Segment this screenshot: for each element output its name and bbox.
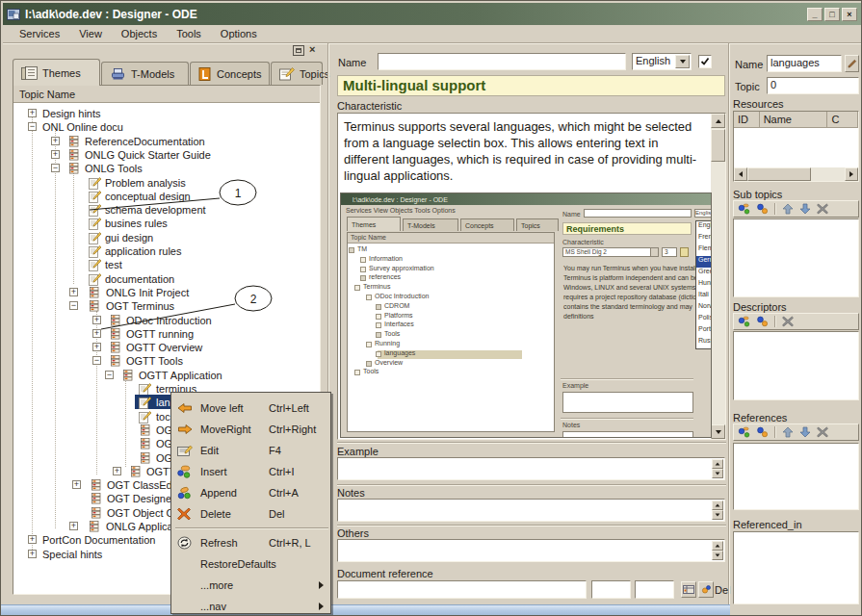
- close-button[interactable]: ×: [842, 8, 857, 21]
- scroll-down-icon[interactable]: [711, 424, 725, 439]
- characteristic-scrollbar[interactable]: [711, 114, 725, 439]
- maximize-button[interactable]: □: [824, 8, 840, 21]
- example-input[interactable]: [337, 457, 725, 480]
- menu-services[interactable]: Services: [11, 27, 68, 40]
- collapse-icon[interactable]: −: [92, 356, 101, 365]
- context-menu-item-restoredefaults[interactable]: RestoreDefaults: [171, 553, 330, 575]
- sub-topics-append-icon[interactable]: [756, 203, 769, 215]
- expand-icon[interactable]: +: [92, 343, 101, 351]
- references-delete-icon[interactable]: [817, 426, 828, 438]
- tree-column-header[interactable]: Topic Name: [13, 86, 320, 103]
- expand-icon[interactable]: +: [28, 535, 37, 544]
- context-menu-item-moveleft[interactable]: Move leftCtrl+Left: [171, 398, 330, 419]
- sub-topics-move-up-icon[interactable]: [782, 203, 794, 215]
- tab-topics[interactable]: Topics: [271, 62, 323, 85]
- tree-item[interactable]: gui design: [105, 231, 153, 244]
- tree-item[interactable]: application rules: [105, 244, 182, 258]
- context-menu-item-delete[interactable]: DeleteDel: [171, 503, 330, 525]
- docref-chapter-input[interactable]: [635, 580, 674, 599]
- dock-close-icon[interactable]: ×: [309, 43, 315, 55]
- others-spinner[interactable]: [712, 541, 723, 560]
- tree-item[interactable]: ONLG Tools: [85, 162, 143, 175]
- tab-tmodels[interactable]: T-Models: [101, 62, 189, 85]
- expand-icon[interactable]: +: [69, 288, 78, 296]
- docref-add-button[interactable]: [698, 581, 714, 598]
- tree-item[interactable]: toc: [156, 410, 170, 424]
- tree-item[interactable]: OGTT Overview: [126, 341, 202, 354]
- context-menu-item-insert[interactable]: InsertCtrl+I: [171, 461, 330, 482]
- tab-themes[interactable]: Themes: [13, 59, 100, 86]
- notes-spinner[interactable]: [712, 500, 723, 520]
- resources-column-header[interactable]: ID: [734, 112, 760, 128]
- references-insert-icon[interactable]: [738, 426, 750, 438]
- tree-item[interactable]: schema development: [105, 203, 206, 217]
- tab-concepts[interactable]: Concepts: [190, 62, 270, 85]
- context-menu-item-refresh[interactable]: RefreshCtrl+R, L: [171, 532, 330, 553]
- expand-icon[interactable]: +: [51, 150, 60, 159]
- topic-name-edit-button[interactable]: [845, 55, 859, 72]
- dock-float-icon[interactable]: [293, 45, 304, 56]
- descriptors-delete-icon[interactable]: [782, 316, 794, 327]
- scroll-right-icon[interactable]: [845, 167, 858, 181]
- referenced-in-list[interactable]: [733, 531, 859, 604]
- collapse-icon[interactable]: −: [69, 301, 78, 310]
- tree-item[interactable]: OGTT Application: [139, 369, 222, 382]
- resources-table[interactable]: IDNameC: [733, 111, 859, 182]
- tree-item[interactable]: ONL Online docu: [42, 120, 123, 134]
- expand-icon[interactable]: +: [28, 109, 37, 117]
- menu-tools[interactable]: Tools: [168, 27, 210, 40]
- references-list[interactable]: [733, 443, 859, 510]
- collapse-icon[interactable]: −: [51, 164, 60, 172]
- sub-topics-insert-icon[interactable]: [738, 203, 750, 215]
- context-menu-item-moveright[interactable]: MoveRightCtrl+Right: [171, 419, 330, 440]
- sub-topics-move-down-icon[interactable]: [799, 203, 811, 215]
- sub-topics-list[interactable]: [733, 218, 859, 297]
- expand-icon[interactable]: +: [92, 316, 101, 324]
- expand-icon[interactable]: +: [72, 480, 81, 489]
- minimize-button[interactable]: _: [807, 8, 823, 21]
- sub-topics-delete-icon[interactable]: [817, 203, 828, 215]
- name-input[interactable]: [378, 53, 626, 70]
- collapse-icon[interactable]: −: [28, 122, 37, 131]
- references-append-icon[interactable]: [756, 426, 769, 438]
- tree-item[interactable]: Problem analysis: [105, 176, 186, 190]
- context-menu-item-nav[interactable]: ...nav: [171, 596, 330, 616]
- tree-item[interactable]: busines rules: [105, 217, 168, 230]
- resources-column-header[interactable]: Name: [760, 112, 828, 128]
- tree-item[interactable]: Design hints: [42, 107, 101, 120]
- docref-input[interactable]: [337, 580, 587, 599]
- collapse-icon[interactable]: −: [105, 371, 114, 379]
- references-move-up-icon[interactable]: [782, 426, 794, 438]
- tree-item[interactable]: ReferenceDocumentation: [85, 135, 205, 148]
- tree-item[interactable]: ONLG Quick Starter Guide: [85, 148, 211, 162]
- menu-view[interactable]: View: [70, 27, 111, 40]
- tree-item[interactable]: test: [105, 258, 122, 271]
- topic-id-input[interactable]: 0: [767, 77, 859, 94]
- scroll-left-icon[interactable]: [734, 167, 747, 181]
- descriptors-list[interactable]: [733, 331, 859, 400]
- references-move-down-icon[interactable]: [799, 426, 811, 438]
- menu-options[interactable]: Options: [212, 27, 266, 40]
- resources-hscrollbar[interactable]: [734, 167, 858, 181]
- topic-name-input[interactable]: languages: [767, 55, 842, 72]
- tree-item[interactable]: ONLG Init Project: [106, 286, 189, 299]
- title-bar[interactable]: l:\adk\ode.dev : Designer - ODE _ □ ×: [3, 3, 861, 25]
- expand-icon[interactable]: +: [51, 137, 60, 145]
- descriptors-insert-icon[interactable]: [738, 316, 750, 327]
- scrollbar-thumb[interactable]: [711, 129, 725, 162]
- tree-item[interactable]: OGTT Tools: [126, 354, 183, 368]
- tree-item[interactable]: PortCon Documentation: [42, 533, 155, 547]
- tree-item[interactable]: OGT Designer: [107, 492, 175, 505]
- tree-item[interactable]: Special hints: [42, 548, 102, 561]
- context-menu-item-more[interactable]: ...more: [171, 575, 330, 596]
- descriptors-append-icon[interactable]: [756, 316, 769, 327]
- context-menu-item-append[interactable]: AppendCtrl+A: [171, 482, 330, 503]
- chevron-down-icon[interactable]: [675, 55, 690, 68]
- example-spinner[interactable]: [712, 459, 723, 478]
- resources-column-header[interactable]: C: [827, 112, 858, 128]
- context-menu-item-edit[interactable]: EditF4: [171, 440, 330, 461]
- tree-item[interactable]: ODoc Introduction: [126, 314, 212, 327]
- language-checkbox[interactable]: [698, 55, 712, 68]
- language-select[interactable]: English: [632, 53, 692, 70]
- scroll-up-icon[interactable]: [711, 114, 725, 128]
